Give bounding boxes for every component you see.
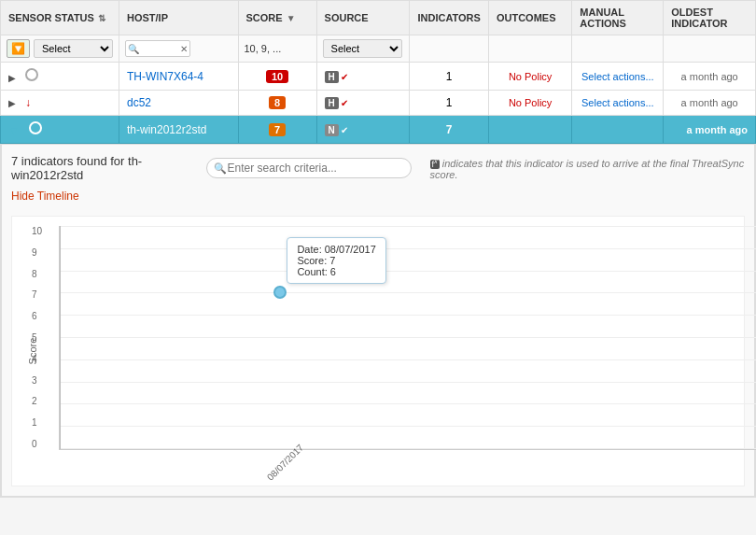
y-label-5: 5 — [32, 332, 42, 343]
y-label-7: 7 — [32, 289, 42, 300]
th-outcomes: OUTCOMES — [488, 1, 571, 35]
score-filter-cell: 10, 9, ... — [238, 35, 316, 63]
th-oldest-indicator: OLDEST INDICATOR — [664, 1, 756, 35]
hide-timeline-link[interactable]: Hide Timeline — [11, 190, 79, 203]
tooltip-date: Date: 08/07/2017 — [297, 244, 375, 255]
score-filter-value: 10, 9, ... — [245, 43, 282, 54]
outcomes-filter-cell — [488, 35, 571, 63]
oldest-filter-cell — [664, 35, 756, 63]
expanded-row: 7 indicators found for th-win2012r2std 🔍… — [1, 144, 756, 498]
row3-source-badge: N — [325, 124, 339, 136]
indicator-count-text: 7 indicators found for th-win2012r2std — [11, 154, 197, 182]
row2-select-actions[interactable]: Select actions... — [581, 97, 654, 108]
row3-indicators-cell: 7 — [410, 116, 488, 144]
y-label-8: 8 — [32, 269, 42, 279]
expanded-section-cell: 7 indicators found for th-win2012r2std 🔍… — [1, 144, 756, 498]
tooltip-score: Score: 7 — [297, 255, 375, 266]
row1-host-link[interactable]: TH-WIN7X64-4 — [127, 70, 203, 83]
italic-note: fxindicates that this indicator is used … — [430, 157, 745, 180]
row3-sensor-cell: ▼ — [1, 116, 119, 144]
row3-host-cell: th-win2012r2std — [119, 116, 239, 144]
y-labels: 10 9 8 7 6 5 4 3 2 1 0 — [32, 226, 42, 449]
source-header-label: SOURCE — [325, 12, 369, 23]
gridline-4 — [61, 359, 756, 360]
row2-host-link[interactable]: dc52 — [127, 96, 151, 109]
host-ip-header-label: HOST/IP — [127, 12, 168, 23]
gridline-3 — [61, 382, 756, 383]
th-indicators: INDICATORS — [410, 1, 488, 35]
y-label-9: 9 — [32, 247, 42, 258]
sort-icon-sensor[interactable]: ⇅ — [98, 13, 105, 23]
th-host-ip: HOST/IP — [119, 1, 239, 35]
row3-status-circle — [29, 121, 42, 134]
y-label-1: 1 — [32, 417, 42, 428]
row1-select-actions[interactable]: Select actions... — [581, 71, 654, 82]
column-headers: SENSOR STATUS ⇅ HOST/IP SCORE ▼ SOURCE — [1, 1, 756, 35]
y-label-6: 6 — [32, 311, 42, 321]
gridline-0 — [61, 448, 756, 449]
th-sensor-status: SENSOR STATUS ⇅ — [1, 1, 119, 35]
row2-source-check: ✔ — [341, 98, 348, 108]
note-text: indicates that this indicator is used to… — [430, 158, 745, 180]
manual-filter-cell — [572, 35, 664, 63]
row2-time-ago: a month ago — [681, 97, 738, 108]
row3-score-cell: 7 — [238, 116, 316, 144]
row3-source-cell: N ✔ — [316, 116, 410, 144]
row2-source-badge: H — [325, 97, 339, 109]
table-row-selected: ▼ th-win2012r2std 7 N ✔ 7 a month ago — [1, 116, 756, 144]
row2-expand-arrow[interactable]: ▶ — [8, 98, 16, 108]
gridline-7 — [61, 292, 756, 293]
sensor-status-select[interactable]: Select — [34, 39, 113, 58]
outcomes-header-label: OUTCOMES — [497, 12, 556, 23]
row3-host-link[interactable]: th-win2012r2std — [127, 123, 206, 136]
gridline-10 — [61, 226, 756, 227]
th-score: SCORE ▼ — [238, 1, 316, 35]
row1-source-cell: H ✔ — [316, 63, 410, 91]
manual-actions-header-label: MANUAL ACTIONS — [580, 7, 626, 29]
row1-score-cell: 10 — [238, 63, 316, 91]
row2-status-arrow: ↓ — [25, 96, 31, 109]
y-label-10: 10 — [32, 226, 42, 236]
row3-expand-arrow[interactable]: ▼ — [8, 124, 20, 137]
row2-oldest-cell: a month ago — [664, 91, 756, 116]
th-manual-actions: MANUAL ACTIONS — [572, 1, 664, 35]
search-icon-criteria: 🔍 — [214, 162, 227, 175]
row1-sensor-cell: ▶ — [1, 63, 119, 91]
row1-expand-arrow[interactable]: ▶ — [8, 73, 16, 83]
source-select[interactable]: Select — [323, 39, 402, 58]
row1-source-badge: H — [325, 71, 339, 83]
row1-score-badge: 10 — [266, 70, 288, 83]
gridline-2 — [61, 403, 756, 404]
row1-host-cell: TH-WIN7X64-4 — [119, 63, 239, 91]
chart-tooltip: Date: 08/07/2017 Score: 7 Count: 6 — [287, 237, 385, 284]
row1-no-policy: No Policy — [509, 71, 552, 82]
host-search-clear[interactable]: ✕ — [180, 44, 188, 54]
row1-oldest-cell: a month ago — [664, 63, 756, 91]
sensor-filter-cell: 🔽 Select — [1, 35, 119, 63]
row2-sensor-cell: ▶ ↓ — [1, 91, 119, 116]
y-label-3: 3 — [32, 375, 42, 386]
row2-score-badge: 8 — [269, 96, 286, 109]
row3-source-check: ✔ — [341, 125, 348, 135]
search-criteria-input[interactable] — [206, 158, 412, 178]
chart-data-point[interactable] — [273, 286, 287, 299]
chart-axes: Date: 08/07/2017 Score: 7 Count: 6 08/07… — [60, 226, 756, 449]
row2-outcomes-cell: No Policy — [488, 91, 571, 116]
row1-outcomes-cell: No Policy — [488, 63, 571, 91]
row1-manual-cell: Select actions... — [572, 63, 664, 91]
y-label-0: 0 — [32, 439, 42, 449]
gridline-9 — [61, 248, 756, 249]
sensor-status-header-label: SENSOR STATUS — [8, 12, 94, 23]
row3-outcomes-cell — [488, 116, 571, 144]
table-row: ▶ ↓ dc52 8 H ✔ 1 No Policy Select ac — [1, 91, 756, 116]
filter-icon[interactable]: 🔽 — [7, 39, 30, 58]
row1-indicators-cell: 1 — [410, 63, 488, 91]
row3-time-ago: a month ago — [687, 124, 748, 135]
indicators-filter-cell — [410, 35, 488, 63]
row2-no-policy: No Policy — [509, 97, 552, 108]
row2-host-cell: dc52 — [119, 91, 239, 116]
sort-icon-score[interactable]: ▼ — [287, 13, 296, 23]
th-source: SOURCE — [316, 1, 410, 35]
host-filter-cell: 🔍 ✕ — [119, 35, 239, 63]
row2-manual-cell: Select actions... — [572, 91, 664, 116]
